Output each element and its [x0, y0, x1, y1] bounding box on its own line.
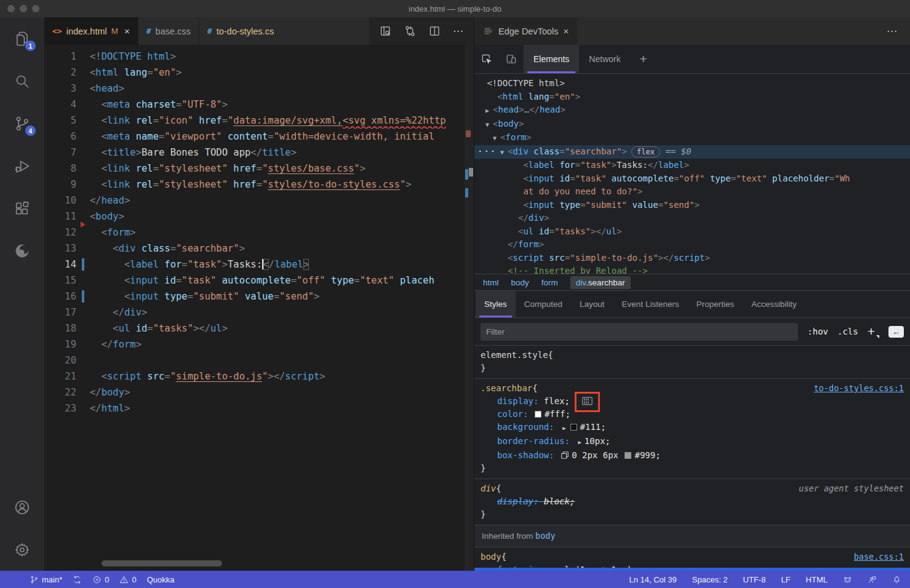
code-line[interactable]: 18 <ul id="tasks"></ul> [44, 320, 474, 336]
error-item[interactable]: 0 [92, 575, 109, 584]
css-declaration[interactable]: display: block; [481, 495, 904, 508]
overview-ruler[interactable] [465, 45, 474, 571]
inspect-icon[interactable] [474, 45, 499, 73]
activity-account-icon[interactable] [0, 486, 44, 528]
dom-node[interactable]: <!-- Inserted by Reload --> [474, 264, 910, 274]
css-declaration[interactable]: background: ▶#111; [481, 421, 904, 435]
branch-item[interactable]: main* [30, 575, 62, 584]
feedback-icon[interactable] [868, 575, 877, 584]
css-declaration[interactable]: color: #fff; [481, 408, 904, 421]
dom-node[interactable]: <ul id="tasks"></ul> [474, 225, 910, 239]
css-declaration[interactable]: box-shadow: 0 2px 6px #999; [481, 449, 904, 462]
code-line[interactable]: 6 <meta name="viewport" content="width=d… [44, 129, 474, 145]
color-swatch[interactable] [570, 424, 577, 431]
device-emulation-icon[interactable] [499, 45, 524, 73]
shadow-editor-icon[interactable] [561, 451, 569, 459]
activity-source-control-icon[interactable]: 4 [0, 102, 44, 145]
code-editor[interactable]: 1<!DOCTYPE html>2<html lang="en">3<head>… [44, 45, 474, 571]
activity-edge-icon[interactable] [0, 229, 44, 272]
color-swatch[interactable] [625, 452, 631, 459]
dom-node[interactable]: <html lang="en"> [474, 90, 910, 104]
close-icon[interactable]: × [564, 26, 569, 36]
expand-icon[interactable]: ▶ [578, 439, 581, 445]
filter-input[interactable] [481, 323, 798, 341]
css-selector[interactable]: body [481, 550, 501, 563]
breadcrumb-item-current[interactable]: div.searchbar [570, 276, 631, 289]
dom-node[interactable]: </form> [474, 238, 910, 252]
styles-tab-event-listeners[interactable]: Event Listeners [613, 291, 688, 317]
status-spaces-2[interactable]: Spaces: 2 [692, 575, 728, 584]
code-line[interactable]: 10</head> [44, 193, 474, 209]
warning-item[interactable]: 0 [119, 575, 136, 584]
status-quokka[interactable]: Quokka [147, 575, 175, 584]
dom-node[interactable]: ▼ <body> [474, 117, 910, 132]
devtools-tab-elements[interactable]: Elements [524, 45, 579, 73]
flex-badge[interactable]: flex [631, 146, 660, 157]
split-editor-icon[interactable] [428, 25, 441, 38]
dom-node[interactable]: at do you need to do?"> [474, 185, 910, 199]
code-line[interactable]: 23</html> [44, 400, 474, 416]
dock-sidebar-icon[interactable]: ← [888, 326, 904, 338]
code-line[interactable]: 14 <label for="task">Tasks:</label> [44, 256, 474, 272]
inherited-target-link[interactable]: body [535, 531, 556, 541]
devtools-tab-network[interactable]: Network [579, 45, 630, 73]
code-line[interactable]: 12 <form> [44, 224, 474, 240]
code-line[interactable]: 8 <link rel="stylesheet" href="styles/ba… [44, 161, 474, 177]
sync-icon[interactable] [73, 575, 82, 584]
styles-tab-accessibility[interactable]: Accessibility [743, 291, 805, 317]
dom-node[interactable]: </div> [474, 212, 910, 225]
new-style-rule-button[interactable]: + [868, 324, 879, 339]
dom-node[interactable]: <label for="task">Tasks:</label> [474, 159, 910, 172]
pseudo-state-toggle[interactable]: :hov [807, 327, 828, 336]
code-line[interactable]: 15 <input id="task" autocomplete="off" t… [44, 272, 474, 288]
activity-search-icon[interactable] [0, 60, 44, 102]
code-line[interactable]: 16 <input type="submit" value="send"> [44, 288, 474, 304]
code-line[interactable]: 17 </div> [44, 304, 474, 320]
stylesheet-link[interactable]: base.css:1 [854, 550, 904, 563]
breadcrumb-item-form[interactable]: form [541, 278, 558, 287]
css-selector[interactable]: .searchbar [481, 382, 532, 395]
bell-icon[interactable] [892, 575, 901, 584]
close-icon[interactable]: × [124, 26, 130, 36]
more-icon[interactable]: ⋯ [453, 25, 464, 38]
activity-extensions-icon[interactable] [0, 187, 44, 229]
open-changes-icon[interactable] [404, 25, 417, 38]
code-line[interactable]: 7 <title>Bare Bones TODO app</title> [44, 145, 474, 161]
css-declaration[interactable]: border-radius: ▶10px; [481, 435, 904, 449]
status-ln-14-col-39[interactable]: Ln 14, Col 39 [629, 575, 676, 584]
stylesheet-link[interactable]: to-do-styles.css:1 [814, 382, 904, 395]
copilot-icon[interactable] [843, 575, 852, 584]
status-html[interactable]: HTML [806, 575, 828, 584]
code-line[interactable]: 2<html lang="en"> [44, 65, 474, 81]
code-line[interactable]: 19 </form> [44, 336, 474, 352]
code-line[interactable]: 22</body> [44, 384, 474, 400]
expand-icon[interactable]: ▶ [562, 425, 565, 431]
more-actions-icon[interactable]: ⋯ [887, 25, 910, 38]
styles-tab-layout[interactable]: Layout [571, 291, 613, 317]
tab-index-html[interactable]: <>index.htmlM× [44, 17, 138, 45]
css-selector[interactable]: div [481, 482, 496, 495]
status-lf[interactable]: LF [781, 575, 790, 584]
status-utf-8[interactable]: UTF-8 [743, 575, 766, 584]
breadcrumb-item-body[interactable]: body [511, 278, 529, 287]
dom-node[interactable]: ··· ▼ <div class="searchbar">flex == $0 [474, 145, 910, 159]
add-tab-icon[interactable]: + [631, 45, 657, 73]
css-selector[interactable]: element.style [481, 349, 548, 362]
styles-tab-computed[interactable]: Computed [516, 291, 571, 317]
dom-node[interactable]: <input type="submit" value="send"> [474, 199, 910, 212]
tab-edge-devtools[interactable]: Edge DevTools × [474, 17, 577, 45]
activity-files-icon[interactable]: 1 [0, 17, 44, 60]
preview-icon[interactable] [379, 25, 392, 38]
dom-node[interactable]: ▶ <head>…</head> [474, 103, 910, 117]
class-toggle[interactable]: .cls [837, 327, 858, 336]
dom-node[interactable]: <!DOCTYPE html> [474, 77, 910, 90]
css-declaration[interactable]: display: flex; [481, 395, 904, 408]
dom-node[interactable]: <input id="task" autocomplete="off" type… [474, 172, 910, 186]
code-line[interactable]: 11<body> [44, 209, 474, 224]
code-line[interactable]: 1<!DOCTYPE html> [44, 49, 474, 65]
code-line[interactable]: 5 <link rel="icon" href="data:image/svg+… [44, 113, 474, 129]
dom-node[interactable]: ▼ <form> [474, 131, 910, 145]
styles-tab-properties[interactable]: Properties [688, 291, 743, 317]
code-line[interactable]: 3<head> [44, 81, 474, 97]
code-line[interactable]: 9 <link rel="stylesheet" href="styles/to… [44, 177, 474, 193]
